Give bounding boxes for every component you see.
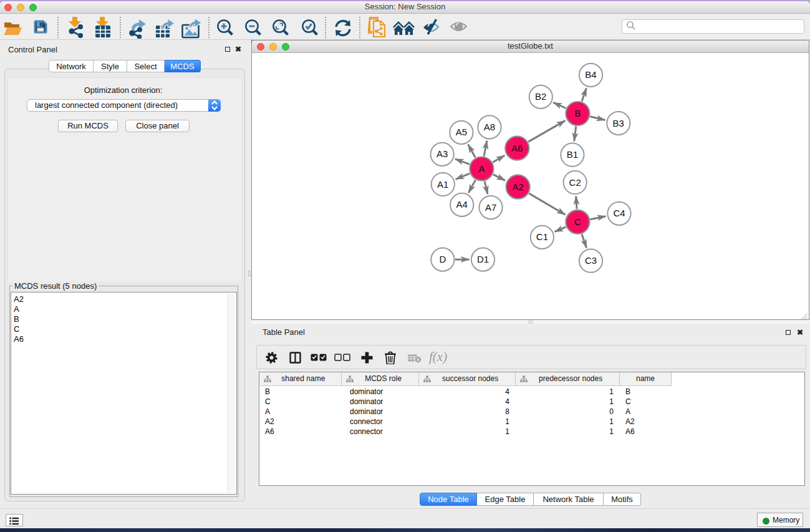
svg-text:A2: A2 (512, 181, 523, 192)
svg-text:A5: A5 (456, 127, 467, 137)
svg-text:C1: C1 (536, 231, 548, 242)
svg-text:C: C (574, 216, 581, 227)
svg-text:B2: B2 (535, 91, 546, 102)
svg-text:A1: A1 (437, 179, 448, 190)
svg-text:B4: B4 (585, 69, 596, 80)
svg-text:A6: A6 (511, 143, 523, 153)
svg-text:C3: C3 (585, 255, 597, 266)
svg-text:A8: A8 (484, 122, 495, 132)
svg-text:D: D (439, 254, 446, 264)
svg-text:B1: B1 (567, 149, 578, 160)
svg-text:B: B (574, 108, 581, 118)
svg-text:A: A (478, 163, 485, 174)
svg-text:A4: A4 (456, 199, 468, 210)
svg-text:D1: D1 (477, 254, 489, 264)
svg-text:B3: B3 (613, 118, 624, 128)
svg-text:A3: A3 (436, 148, 448, 159)
svg-text:C2: C2 (569, 177, 581, 188)
svg-text:A7: A7 (485, 202, 496, 213)
svg-text:C4: C4 (613, 208, 625, 218)
